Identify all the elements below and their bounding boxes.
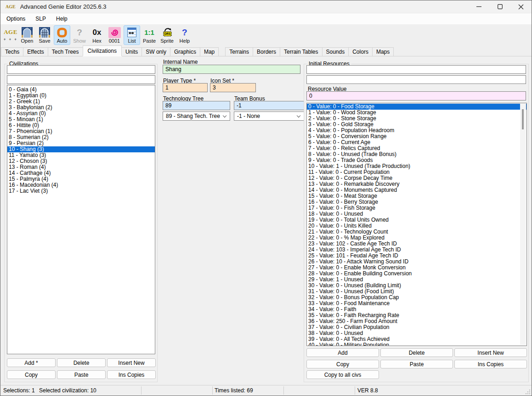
tab-maps[interactable]: Maps: [372, 47, 394, 56]
status-version: VER 8.8: [357, 387, 378, 394]
copy-button[interactable]: Copy: [7, 370, 56, 379]
team-bonus-field[interactable]: [234, 101, 304, 110]
window-title: Advanced Genie Editor 2025.6.3: [20, 3, 107, 10]
icon-set-field[interactable]: [210, 83, 256, 92]
insert-new-button[interactable]: Insert New: [107, 358, 156, 367]
status-bar: Selections: 1 Selected civilization: 10 …: [0, 385, 532, 396]
title-bar: AGE Advanced Genie Editor 2025.6.3: [0, 0, 532, 13]
technology-tree-dropdown[interactable]: 89 - Shang Tech. Tree: [163, 112, 230, 121]
civilization-row[interactable]: 17 - Lac Viet (3): [7, 188, 155, 194]
scrollbar[interactable]: [520, 104, 526, 345]
resources-list[interactable]: 0 - Value: 0 - Food Storage1 - Value: 0 …: [306, 103, 527, 346]
resource-value-field[interactable]: [306, 91, 526, 100]
open-file-icon: [22, 27, 33, 38]
civ-search-input-top[interactable]: [7, 65, 155, 74]
civ-buttons-row1: Add *DeleteInsert New: [7, 358, 156, 367]
tab-colors[interactable]: Colors: [348, 47, 373, 56]
auto-button[interactable]: Auto: [54, 25, 70, 45]
status-divider: [141, 386, 141, 395]
list-columns-icon: [126, 27, 137, 38]
internal-name-field[interactable]: [163, 65, 300, 74]
hex-0x-icon: 0x: [93, 27, 102, 38]
resource-search-input-top[interactable]: [306, 65, 526, 74]
age-logo: AGE + + +: [3, 25, 18, 45]
0001-button[interactable]: 0001: [106, 25, 123, 45]
tab-techs[interactable]: Techs: [1, 47, 23, 56]
status-times-listed: Times listed: 69: [215, 387, 253, 394]
tab-terrains[interactable]: Terrains: [225, 47, 253, 56]
resource-row[interactable]: 40 - Value: 0 - Military Population: [307, 342, 526, 346]
status-selected-civilization: Selected civilization: 10: [39, 387, 96, 394]
status-divider: [283, 386, 284, 395]
menu-options[interactable]: Options: [1, 13, 30, 24]
tab-bar: TechsEffectsTech TreesCivilizationsUnits…: [0, 46, 532, 56]
scrollbar-thumb[interactable]: [522, 109, 524, 129]
add--button[interactable]: Add *: [7, 358, 56, 367]
paste-ratio-icon: 1:1: [144, 27, 154, 38]
menu-slp[interactable]: SLP: [30, 13, 51, 24]
tab-sounds[interactable]: Sounds: [322, 47, 349, 56]
window-controls: [468, 0, 532, 13]
delete-button[interactable]: Delete: [380, 348, 453, 357]
content-area: Civilizations 0 - Gaia (4)1 - Egyptian (…: [0, 56, 532, 386]
minimize-button[interactable]: [468, 0, 489, 13]
player-type-field[interactable]: [163, 83, 208, 92]
chevron-down-icon: [297, 114, 300, 117]
save-button[interactable]: Save: [36, 25, 53, 45]
open-button[interactable]: Open: [19, 25, 35, 45]
resource-buttons-row1: AddDeleteInsert New: [306, 348, 527, 357]
civilizations-list[interactable]: 0 - Gaia (4)1 - Egyptian (0)2 - Greek (1…: [7, 85, 155, 354]
status-selections: Selections: 1: [3, 387, 35, 394]
civilizations-group: Civilizations 0 - Gaia (4)1 - Egyptian (…: [4, 64, 158, 382]
ins-copies-button[interactable]: Ins Copies: [107, 370, 156, 379]
tab-units[interactable]: Units: [121, 47, 142, 56]
app-window: AGE Advanced Genie Editor 2025.6.3 Optio…: [0, 0, 532, 396]
svg-text:DRS: DRS: [164, 32, 170, 35]
hex-button[interactable]: 0x Hex: [89, 25, 105, 45]
close-button[interactable]: [510, 0, 532, 13]
tab-tech-trees[interactable]: Tech Trees: [48, 47, 83, 56]
insert-new-button[interactable]: Insert New: [454, 348, 527, 357]
save-file-icon: [39, 27, 50, 38]
technology-tree-field[interactable]: [163, 101, 230, 110]
help-question-icon: ?: [182, 27, 187, 38]
tab-map[interactable]: Map: [200, 47, 219, 56]
show-button: ? Show: [71, 25, 88, 45]
auto-ring-icon: [57, 27, 68, 38]
menu-bar: Options SLP Help: [0, 13, 532, 24]
status-divider: [355, 386, 355, 395]
tab-graphics[interactable]: Graphics: [170, 47, 200, 56]
tab-effects[interactable]: Effects: [23, 47, 48, 56]
civ-search-input-bottom[interactable]: [7, 75, 155, 84]
close-icon: [518, 4, 524, 10]
resource-buttons-row3: Copy to all civs: [306, 370, 527, 379]
sprite-button[interactable]: DRS Sprite: [158, 25, 175, 45]
ins-copies-button[interactable]: Ins Copies: [454, 360, 527, 368]
tab-sw-only[interactable]: SW only: [141, 47, 170, 56]
chevron-down-icon: [223, 114, 226, 117]
copy-button[interactable]: Copy: [306, 360, 379, 368]
drs-sprite-icon: DRS: [161, 27, 173, 38]
tab-terrain-tables[interactable]: Terrain Tables: [280, 47, 322, 56]
spiral-icon: [108, 27, 121, 38]
list-button[interactable]: List: [124, 25, 140, 45]
team-bonus-dropdown[interactable]: -1 - None: [234, 112, 304, 121]
add-button[interactable]: Add: [306, 348, 379, 357]
tab-civilizations[interactable]: Civilizations: [83, 45, 122, 56]
paste-button[interactable]: Paste: [57, 370, 106, 379]
civ-buttons-row2: CopyPasteIns Copies: [7, 370, 156, 379]
status-divider: [212, 386, 213, 395]
resource-search-input-bottom[interactable]: [306, 75, 526, 84]
menu-help[interactable]: Help: [51, 13, 73, 24]
paste-button[interactable]: Paste: [380, 360, 453, 368]
maximize-icon: [498, 4, 503, 9]
resource-buttons-row2: CopyPasteIns Copies: [306, 360, 527, 368]
delete-button[interactable]: Delete: [57, 358, 106, 367]
copy-to-all-civs-button[interactable]: Copy to all civs: [306, 370, 379, 379]
tab-borders[interactable]: Borders: [253, 47, 280, 56]
help-button[interactable]: ? Help: [176, 25, 193, 45]
paste-button[interactable]: 1:1 Paste: [141, 25, 158, 45]
show-question-icon: ?: [77, 27, 82, 38]
maximize-button[interactable]: [489, 0, 510, 13]
resize-grip[interactable]: [525, 389, 531, 395]
